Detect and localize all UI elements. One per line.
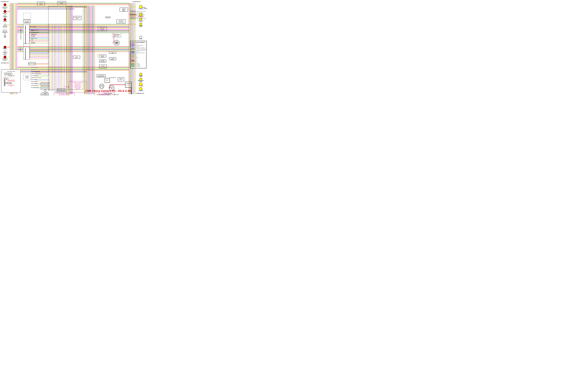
low-fuel-label: LOW FUEL	[31, 37, 35, 37]
ignition-switch-label: IGNITION SWITCH	[29, 63, 35, 64]
l-direct-label2: INDICATOR	[31, 35, 35, 36]
horn-label-top: HORN	[140, 39, 142, 39]
ground-label: GROUND	[144, 8, 147, 9]
low-beam-label-top: LOW BEAM	[138, 8, 143, 9]
horn-relay-label: HORN RELAY	[119, 21, 123, 21]
rh-corner-label2: LIGHT	[26, 77, 28, 77]
gas-gauge-label: GAS GAUGE	[3, 26, 7, 26]
sig-conn-dot-6	[25, 55, 26, 56]
wire-black-solid-label: BLACK	[135, 60, 137, 61]
oil-press-label2: SWITCH	[111, 59, 114, 60]
alt-reg-label2: REGULATOR	[114, 36, 119, 36]
console-conn-text4: SWITCH ON AUTO	[75, 86, 81, 87]
console-gear-3	[7, 82, 9, 84]
console-gear-4	[9, 82, 10, 84]
instr-dot-right-11	[29, 38, 30, 39]
lh-door-switch-box	[37, 2, 45, 6]
wire-black-tracer-label: BLACK WITH TRACER	[136, 14, 144, 15]
gas-gauge-label2: (TANK UNIT)	[3, 27, 7, 27]
svg-rect-0	[0, 0, 147, 96]
sig-conn-dot-1	[25, 49, 26, 49]
splice-label: SPLICE	[142, 7, 146, 8]
wire-dkgreen-label: DARK GREEN	[135, 64, 140, 64]
wire-ltblue-label: LIGHT BLUE	[135, 46, 139, 47]
wire-red-tracer-label: RED WITH TRACER	[136, 17, 143, 18]
parking-brake-label2: SWITCH	[76, 18, 79, 19]
directional-circle-bot	[140, 78, 142, 80]
stoplight-sw-label: STOPLIGHT	[101, 55, 105, 56]
rh-corner-label: (RH CORNER	[25, 76, 29, 76]
taillight-label-mid: TAILLIGHT	[3, 21, 7, 22]
conn-dot-4	[25, 29, 26, 30]
stoplight-label-bot: STOPLIGHT &	[2, 58, 8, 59]
console-gear-2	[6, 82, 7, 84]
low-beam-label-bot: LOW BEAM	[138, 90, 143, 91]
conn-dot-12	[25, 39, 26, 40]
blower-label: BLOWER	[100, 85, 104, 86]
rh-reverse-label2: LIGHT	[4, 53, 6, 54]
copyright-text: ©John Anastasio	[104, 93, 112, 94]
directional-label-bot: DIRECTIONAL	[138, 80, 144, 81]
lh-corner-dashed-box	[23, 13, 31, 19]
conn-dot-2	[25, 27, 26, 28]
instrument-connector-box	[23, 24, 30, 43]
wire-pink-label: PINK	[135, 59, 137, 60]
console-gear-label: (2 GEAR SHIFT LIGHTS	[8, 85, 15, 85]
console-gear-5	[10, 82, 12, 84]
console-circle-2	[6, 73, 8, 75]
instr-dot-right-6	[29, 32, 30, 33]
brake-warn-sw-label3: SWITCH	[123, 11, 125, 11]
oil-press-label: OIL PRESS	[110, 58, 114, 59]
wire-gray-label: GRAY	[135, 56, 137, 57]
neutral-safety-box	[99, 65, 107, 68]
wiper-motor-label2: WIPER MOTOR	[105, 18, 111, 18]
brake-warn-sw-label: LOW BRAKE	[122, 9, 126, 9]
horn-relay-box	[117, 20, 125, 23]
neutral-safety-label: NEUTRAL	[101, 66, 105, 66]
wire-orange-label: ORANGE	[135, 57, 138, 58]
lh-marker-right-label: LH MARKER LIGHT	[132, 1, 141, 2]
wire-yellow-label: YELLOW	[135, 63, 138, 63]
junction-label2: BLOCK	[120, 79, 122, 80]
beam-selector-label: BEAM SELECTOR	[58, 2, 65, 3]
conn-dot-7	[25, 33, 26, 34]
wire-tan-ytrace-label: TAN WITH YELLOW TRACER	[135, 50, 145, 51]
taillight-label-top: TAILLIGHT	[3, 13, 7, 14]
taillight-circle-mid	[4, 18, 6, 21]
wire-ltblue-tracer-label: LIGHT BLUE WITH TRACER	[135, 47, 145, 48]
conn-dot-10	[25, 37, 26, 38]
blower-label2: MOTOR	[100, 86, 103, 87]
reverse-sw-label: REVERSE	[101, 60, 105, 61]
instr-dot-right-15	[29, 43, 30, 44]
wire-ltgreen-label: LIGHT GREEN	[135, 66, 140, 67]
dashed-note-left-text2: FOR CONSOLE OPTIONED	[59, 95, 70, 96]
stoplight-label-bot3: SIGNAL	[4, 60, 6, 61]
wire-green-red-tracer-label: GREEN WITH RED TRACER	[136, 18, 146, 19]
taillight-circle-top	[4, 10, 6, 13]
instr-dot-right-7	[29, 33, 30, 34]
console-conn-text3: NEUTRAL SAFETY	[74, 85, 81, 85]
conn-dot-1	[25, 26, 26, 26]
clutch-sw-label: CLUTCH PEDAL	[98, 75, 104, 76]
instr-dot-right-14	[29, 42, 30, 42]
low-beam-circle-bot	[139, 87, 142, 90]
junction-label: JUNCTION	[119, 78, 123, 79]
console-conn-text2: PINS 3 & 4 FOR	[75, 84, 81, 84]
website-bottom: ©www.ClassicCarWiring.com (917)861-9131	[97, 94, 119, 95]
wire-red-solid-label: RED	[135, 61, 137, 62]
parking-brake-box	[73, 16, 81, 20]
console-conn-text5: SHIFT CONSOLE	[75, 87, 81, 88]
high-beam-circle-bot	[139, 83, 142, 85]
instr-connector-label: INSTRUMENT CLUSTER CONNECTOR	[21, 28, 21, 40]
dashed-note-left-text1: ALL DASHED LINES ARE	[59, 94, 69, 95]
rh-reverse-label3: TAILLIGHT	[3, 54, 7, 55]
parking-label-bot2: LIGHT	[140, 76, 142, 77]
dashed-note-right-text2: FOR CONSOLE OPTIONED	[99, 95, 110, 96]
instr-dot-right-9	[29, 36, 30, 36]
parking-label-bot: PARKING	[139, 75, 143, 76]
console-reverse-label: CONSOLE MOUNTED	[8, 80, 14, 81]
console-gear-label2: ONLY)	[10, 86, 12, 86]
instr-dot-right-8	[29, 34, 30, 35]
lh-marker-light-top-label: LH MARKER LIGHT	[1, 1, 9, 2]
heater-blower-box-label: HEATER BLOWER	[42, 87, 49, 88]
